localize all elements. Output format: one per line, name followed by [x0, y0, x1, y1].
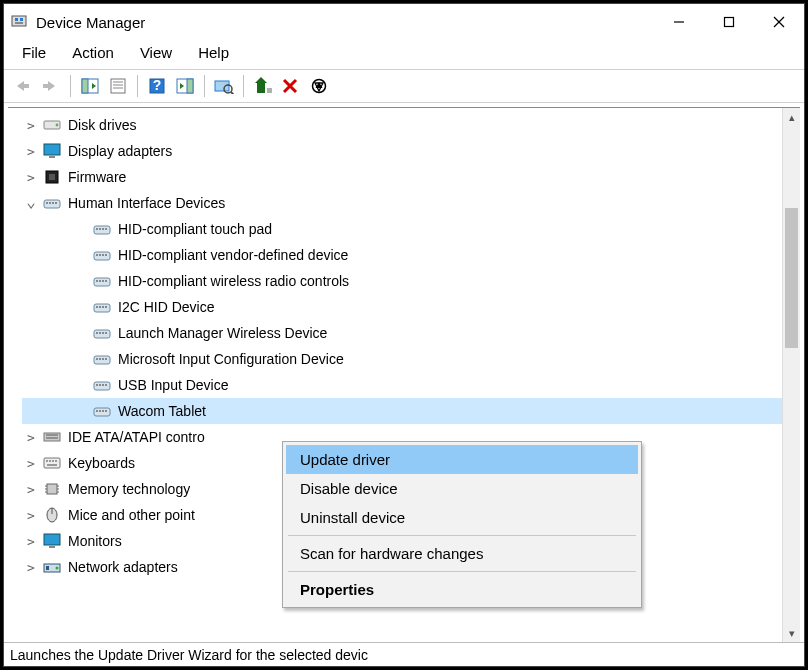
tree-node-label: I2C HID Device: [118, 299, 214, 315]
uninstall-button-toolbar[interactable]: [278, 73, 304, 99]
hid-icon: [92, 298, 112, 316]
action-button-toolbar[interactable]: [172, 73, 198, 99]
tree-node[interactable]: ⌄Human Interface Devices: [22, 190, 800, 216]
vertical-scrollbar[interactable]: ▴ ▾: [782, 108, 800, 642]
svg-rect-15: [111, 79, 125, 93]
svg-rect-29: [267, 88, 272, 93]
svg-rect-68: [99, 332, 101, 334]
expand-icon[interactable]: >: [22, 168, 40, 186]
forward-button[interactable]: [38, 73, 64, 99]
back-button[interactable]: [10, 73, 36, 99]
svg-rect-79: [102, 384, 104, 386]
svg-rect-9: [23, 84, 29, 88]
menu-help[interactable]: Help: [186, 42, 241, 63]
scroll-thumb[interactable]: [785, 208, 798, 348]
ctx-update-driver[interactable]: Update driver: [286, 445, 638, 474]
ctx-separator: [288, 535, 636, 536]
hid-icon: [92, 220, 112, 238]
scroll-down-icon[interactable]: ▾: [783, 624, 800, 642]
ctx-scan-hardware[interactable]: Scan for hardware changes: [286, 539, 638, 568]
svg-rect-43: [49, 202, 51, 204]
tree-node[interactable]: >Firmware: [22, 164, 800, 190]
svg-rect-94: [47, 464, 57, 466]
tree-node[interactable]: >Disk drives: [22, 112, 800, 138]
svg-rect-57: [96, 280, 98, 282]
expand-icon[interactable]: >: [22, 454, 40, 472]
properties-button-toolbar[interactable]: [105, 73, 131, 99]
svg-rect-62: [96, 306, 98, 308]
ctx-uninstall-device[interactable]: Uninstall device: [286, 503, 638, 532]
app-icon: [10, 13, 28, 31]
svg-rect-0: [12, 16, 26, 26]
tree-node[interactable]: HID-compliant vendor-defined device: [22, 242, 800, 268]
hid-icon: [92, 350, 112, 368]
svg-rect-64: [102, 306, 104, 308]
show-hide-console-tree-button[interactable]: [77, 73, 103, 99]
svg-marker-8: [17, 81, 24, 91]
svg-rect-77: [96, 384, 98, 386]
svg-line-26: [231, 92, 234, 94]
ctx-properties[interactable]: Properties: [286, 575, 638, 604]
tree-node[interactable]: HID-compliant touch pad: [22, 216, 800, 242]
expand-icon[interactable]: >: [22, 428, 40, 446]
svg-rect-53: [99, 254, 101, 256]
menu-action[interactable]: Action: [60, 42, 126, 63]
tree-node[interactable]: Launch Manager Wireless Device: [22, 320, 800, 346]
tree-node[interactable]: Microsoft Input Configuration Device: [22, 346, 800, 372]
svg-rect-63: [99, 306, 101, 308]
menu-file[interactable]: File: [10, 42, 58, 63]
svg-point-36: [56, 124, 59, 127]
firmware-icon: [42, 168, 62, 186]
tree-node-label: Mice and other point: [68, 507, 195, 523]
hid-icon: [92, 324, 112, 342]
close-button[interactable]: [754, 4, 804, 40]
update-driver-button-toolbar[interactable]: [250, 73, 276, 99]
svg-rect-38: [49, 156, 55, 158]
expand-icon[interactable]: >: [22, 532, 40, 550]
svg-rect-83: [99, 410, 101, 412]
svg-rect-2: [20, 18, 23, 21]
svg-rect-86: [44, 433, 60, 441]
svg-rect-72: [96, 358, 98, 360]
svg-rect-27: [257, 83, 265, 93]
ctx-disable-device[interactable]: Disable device: [286, 474, 638, 503]
expand-icon[interactable]: >: [22, 506, 40, 524]
collapse-icon[interactable]: ⌄: [22, 192, 40, 210]
tree-node-label: HID-compliant wireless radio controls: [118, 273, 349, 289]
expand-icon[interactable]: >: [22, 142, 40, 160]
scroll-up-icon[interactable]: ▴: [783, 108, 800, 126]
svg-rect-84: [102, 410, 104, 412]
expand-icon[interactable]: >: [22, 116, 40, 134]
status-text: Launches the Update Driver Wizard for th…: [10, 647, 376, 663]
svg-rect-85: [105, 410, 107, 412]
ctx-separator: [288, 571, 636, 572]
help-button-toolbar[interactable]: ?: [144, 73, 170, 99]
expand-icon[interactable]: >: [22, 558, 40, 576]
tree-node[interactable]: Wacom Tablet: [22, 398, 800, 424]
network-icon: [42, 558, 62, 576]
svg-rect-74: [102, 358, 104, 360]
window-title: Device Manager: [36, 14, 145, 31]
disable-button-toolbar[interactable]: [306, 73, 332, 99]
ide-icon: [42, 428, 62, 446]
title-bar: Device Manager: [4, 4, 804, 40]
svg-rect-89: [44, 458, 60, 468]
tree-node[interactable]: USB Input Device: [22, 372, 800, 398]
tree-node[interactable]: >Display adapters: [22, 138, 800, 164]
svg-rect-80: [105, 384, 107, 386]
svg-rect-42: [46, 202, 48, 204]
tree-node[interactable]: I2C HID Device: [22, 294, 800, 320]
expand-icon[interactable]: >: [22, 480, 40, 498]
svg-text:?: ?: [153, 78, 162, 93]
tree-node[interactable]: HID-compliant wireless radio controls: [22, 268, 800, 294]
maximize-button[interactable]: [704, 4, 754, 40]
svg-rect-5: [725, 18, 734, 27]
svg-rect-75: [105, 358, 107, 360]
scan-hardware-button[interactable]: [211, 73, 237, 99]
tree-node-label: Network adapters: [68, 559, 178, 575]
svg-rect-59: [102, 280, 104, 282]
svg-rect-93: [55, 460, 57, 462]
minimize-button[interactable]: [654, 4, 704, 40]
tree-node-label: Keyboards: [68, 455, 135, 471]
menu-view[interactable]: View: [128, 42, 184, 63]
